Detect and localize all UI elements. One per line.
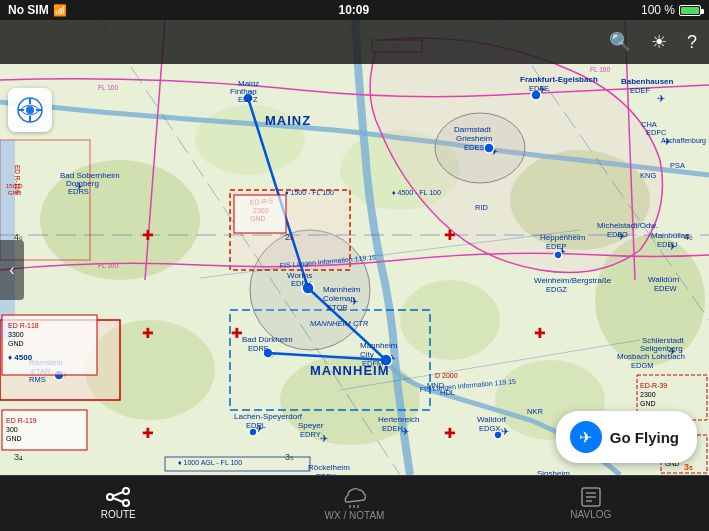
map-area[interactable]: ✚ ✚ ✚ ✚ ✚ ✚ ✚ ✈ ✈ ✈ ✈ ✈ ✈ ✈ ✈ ✈ ✈ ✈ ✈ ✈ … — [0, 20, 709, 475]
svg-text:Speyer: Speyer — [298, 421, 324, 430]
svg-text:FL 100: FL 100 — [590, 66, 610, 73]
svg-text:EDFZ: EDFZ — [238, 95, 258, 104]
svg-text:EDFE: EDFE — [529, 84, 549, 93]
svg-text:✚: ✚ — [142, 425, 154, 441]
svg-text:2300: 2300 — [640, 391, 656, 398]
svg-text:GND: GND — [6, 435, 22, 442]
svg-text:EDFU: EDFU — [657, 240, 677, 249]
svg-text:3300: 3300 — [8, 331, 24, 338]
wx-tab-label: WX / NOTAM — [325, 510, 385, 521]
status-bar: No SIM 📶 10:09 100 % — [0, 0, 709, 20]
svg-text:✈: ✈ — [657, 93, 665, 104]
svg-text:PSA: PSA — [670, 161, 685, 170]
svg-text:EDFO: EDFO — [607, 230, 628, 239]
svg-text:4₀: 4₀ — [684, 232, 693, 242]
wifi-icon: 📶 — [53, 4, 67, 17]
go-flying-button[interactable]: ✈ Go Flying — [556, 411, 697, 463]
svg-text:Michelstadt/Odw.: Michelstadt/Odw. — [597, 221, 658, 230]
svg-text:GND: GND — [8, 190, 22, 196]
svg-text:Hertenreich: Hertenreich — [378, 415, 419, 424]
map-toggle-button[interactable] — [8, 88, 52, 132]
svg-text:Frankfurt-Egelsbach: Frankfurt-Egelsbach — [520, 75, 598, 84]
brightness-button[interactable]: ☀ — [651, 31, 667, 53]
svg-point-176 — [107, 494, 113, 500]
svg-text:NKR: NKR — [527, 407, 543, 416]
svg-text:Lachen-Speyerdorf: Lachen-Speyerdorf — [234, 412, 303, 421]
svg-text:EDRY: EDRY — [300, 430, 321, 439]
svg-text:♦ 1500 - FL 100: ♦ 1500 - FL 100 — [285, 189, 334, 196]
svg-text:ETOR: ETOR — [327, 303, 348, 312]
svg-text:MAINZ: MAINZ — [265, 113, 311, 128]
route-tab-label: ROUTE — [101, 509, 136, 520]
svg-text:♦ 4500 - FL 100: ♦ 4500 - FL 100 — [392, 189, 441, 196]
time-display: 10:09 — [338, 3, 369, 17]
svg-point-178 — [123, 500, 129, 506]
svg-text:3₅: 3₅ — [684, 462, 693, 472]
no-sim-label: No SIM — [8, 3, 49, 17]
svg-text:EDRS: EDRS — [68, 187, 89, 196]
left-nav-button[interactable]: ‹ — [0, 240, 24, 300]
svg-text:✈: ✈ — [320, 433, 328, 444]
svg-text:EDEW: EDEW — [654, 284, 677, 293]
help-button[interactable]: ? — [687, 32, 697, 53]
svg-point-59 — [554, 251, 562, 259]
svg-text:City: City — [360, 350, 374, 359]
svg-text:✚: ✚ — [534, 325, 546, 341]
svg-text:MANNHEIM CTR: MANNHEIM CTR — [310, 319, 369, 328]
svg-text:EDGZ: EDGZ — [546, 285, 567, 294]
svg-point-53 — [484, 143, 494, 153]
svg-text:FL 100: FL 100 — [98, 262, 118, 269]
map-svg: ✚ ✚ ✚ ✚ ✚ ✚ ✚ ✈ ✈ ✈ ✈ ✈ ✈ ✈ ✈ ✈ ✈ ✈ ✈ ✈ … — [0, 20, 709, 475]
svg-text:EDGX-: EDGX- — [479, 424, 503, 433]
bottom-tab-bar: ROUTE WX / NOTAM NAVLOG — [0, 475, 709, 531]
svg-text:✚: ✚ — [444, 425, 456, 441]
battery-icon — [679, 3, 701, 17]
svg-text:EDEH: EDEH — [382, 424, 403, 433]
svg-text:KNG: KNG — [640, 171, 656, 180]
svg-text:RMS: RMS — [29, 375, 46, 384]
svg-text:Mannheim: Mannheim — [360, 341, 398, 350]
svg-text:Walldorf: Walldorf — [477, 415, 507, 424]
svg-point-177 — [123, 488, 129, 494]
svg-text:GND: GND — [8, 340, 24, 347]
svg-text:EDFC: EDFC — [646, 128, 667, 137]
svg-line-179 — [113, 492, 123, 496]
svg-text:Darmstadt: Darmstadt — [454, 125, 492, 134]
svg-text:♦ 4500: ♦ 4500 — [8, 353, 33, 362]
tab-navlog[interactable]: NAVLOG — [473, 483, 709, 524]
tab-route[interactable]: ROUTE — [0, 483, 236, 524]
svg-text:✚: ✚ — [142, 227, 154, 243]
svg-text:EDEF: EDEF — [630, 86, 650, 95]
top-toolbar: 🔍 ☀ ? — [0, 20, 709, 64]
svg-text:Babenhausen: Babenhausen — [621, 77, 674, 86]
navlog-tab-label: NAVLOG — [570, 509, 611, 520]
svg-text:GND: GND — [640, 400, 656, 407]
svg-text:Griesheim: Griesheim — [456, 134, 493, 143]
go-flying-label: Go Flying — [610, 429, 679, 446]
svg-line-180 — [113, 498, 123, 502]
svg-text:Coleman: Coleman — [323, 294, 355, 303]
svg-text:Röckelheim: Röckelheim — [308, 463, 350, 472]
svg-text:Aschaffenburg: Aschaffenburg — [661, 137, 706, 145]
svg-text:RID: RID — [475, 203, 489, 212]
svg-text:MANNHEIM: MANNHEIM — [310, 363, 390, 378]
svg-text:♦ 1000 AGL - FL 100: ♦ 1000 AGL - FL 100 — [178, 459, 242, 466]
svg-text:EDEP: EDEP — [546, 242, 566, 251]
svg-text:Mosbach Lohrbach: Mosbach Lohrbach — [617, 352, 685, 361]
svg-text:EDRF: EDRF — [248, 344, 269, 353]
svg-text:FL 100: FL 100 — [98, 84, 118, 91]
svg-text:✚: ✚ — [444, 227, 456, 243]
svg-text:EDRL: EDRL — [246, 421, 266, 430]
search-button[interactable]: 🔍 — [609, 31, 631, 53]
battery-percent: 100 % — [641, 3, 675, 17]
plane-icon: ✈ — [570, 421, 602, 453]
svg-text:D 2000: D 2000 — [435, 372, 458, 379]
svg-text:3₄: 3₄ — [14, 452, 23, 462]
svg-point-8 — [400, 280, 500, 360]
svg-text:ED R-119: ED R-119 — [6, 417, 37, 424]
svg-text:ED R-118: ED R-118 — [8, 322, 39, 329]
svg-text:Walldürn: Walldürn — [648, 275, 679, 284]
svg-text:15000: 15000 — [6, 183, 23, 189]
svg-text:Heppenheim: Heppenheim — [540, 233, 586, 242]
tab-wx-notam[interactable]: WX / NOTAM — [236, 482, 472, 525]
